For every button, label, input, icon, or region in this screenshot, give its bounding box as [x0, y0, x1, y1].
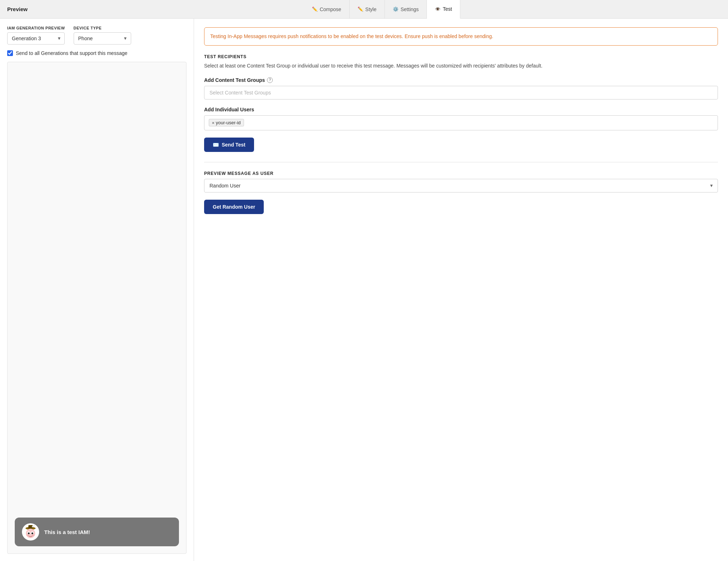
- test-recipients-title: TEST RECIPIENTS: [204, 54, 718, 59]
- iam-generation-label: IAM GENERATION PREVIEW: [7, 26, 65, 30]
- tab-test-label: Test: [443, 6, 452, 12]
- send-all-generations-label: Send to all Generations that support thi…: [16, 50, 128, 56]
- test-icon: 👁️: [435, 6, 441, 12]
- preview-message-section: PREVIEW MESSAGE AS USER Random User ▼ Ge…: [204, 171, 718, 214]
- send-test-button[interactable]: ✉️ Send Test: [204, 138, 254, 152]
- right-panel: Testing In-App Messages requires push no…: [194, 19, 728, 561]
- test-recipients-section: TEST RECIPIENTS Select at least one Cont…: [204, 54, 718, 162]
- preview-title: Preview: [7, 6, 28, 12]
- tab-test[interactable]: 👁️ Test: [427, 0, 460, 19]
- individual-users-label-text: Add Individual Users: [204, 107, 254, 112]
- main-layout: IAM GENERATION PREVIEW Generation 3 Gene…: [0, 19, 728, 561]
- tab-style-label: Style: [365, 6, 377, 12]
- preview-user-select[interactable]: Random User: [204, 179, 718, 193]
- send-all-generations-checkbox[interactable]: [7, 50, 13, 56]
- preview-user-dropdown-wrapper: Random User ▼: [204, 179, 718, 193]
- content-groups-field-label: Add Content Test Groups ?: [204, 77, 718, 83]
- tab-settings[interactable]: ⚙️ Settings: [385, 0, 427, 19]
- tab-style[interactable]: ✏️ Style: [350, 0, 385, 19]
- iam-notification: This is a test IAM!: [15, 518, 179, 546]
- individual-users-field-label: Add Individual Users: [204, 107, 718, 112]
- device-type-select-wrapper: Phone Tablet ▼: [74, 32, 131, 45]
- alert-text: Testing In-App Messages requires push no…: [210, 33, 493, 39]
- iam-generation-select-wrapper: Generation 3 Generation 2 Generation 1 ▼: [7, 32, 65, 45]
- send-test-envelope-icon: ✉️: [213, 142, 219, 148]
- individual-users-tag-input[interactable]: × your-user-id: [204, 115, 718, 130]
- alert-box: Testing In-App Messages requires push no…: [204, 27, 718, 46]
- user-tag-text: your-user-id: [216, 120, 240, 125]
- svg-point-6: [28, 533, 30, 534]
- mascot-svg: [22, 523, 39, 541]
- style-icon: ✏️: [358, 6, 363, 12]
- send-all-generations-row[interactable]: Send to all Generations that support thi…: [7, 50, 186, 56]
- top-nav: Preview ✏️ Compose ✏️ Style ⚙️ Settings …: [0, 0, 728, 19]
- tab-settings-label: Settings: [401, 6, 419, 12]
- preview-canvas: This is a test IAM!: [7, 62, 186, 554]
- iam-avatar: [22, 523, 39, 541]
- svg-point-7: [32, 533, 33, 534]
- app-container: Preview ✏️ Compose ✏️ Style ⚙️ Settings …: [0, 0, 728, 561]
- device-type-label: DEVICE TYPE: [74, 26, 131, 30]
- user-tag-close-icon[interactable]: ×: [212, 121, 214, 125]
- user-tag: × your-user-id: [209, 119, 244, 126]
- content-groups-input[interactable]: [204, 86, 718, 99]
- tab-compose[interactable]: ✏️ Compose: [304, 0, 350, 19]
- left-panel: IAM GENERATION PREVIEW Generation 3 Gene…: [0, 19, 194, 561]
- preview-message-title: PREVIEW MESSAGE AS USER: [204, 171, 718, 176]
- device-type-group: DEVICE TYPE Phone Tablet ▼: [74, 26, 131, 45]
- compose-icon: ✏️: [312, 6, 318, 12]
- settings-icon: ⚙️: [393, 6, 398, 12]
- tab-compose-label: Compose: [320, 6, 341, 12]
- section-divider: [204, 162, 718, 162]
- svg-point-8: [27, 534, 29, 536]
- send-test-label: Send Test: [222, 142, 245, 148]
- controls-row: IAM GENERATION PREVIEW Generation 3 Gene…: [7, 26, 186, 45]
- iam-notification-text: This is a test IAM!: [44, 529, 90, 535]
- iam-generation-group: IAM GENERATION PREVIEW Generation 3 Gene…: [7, 26, 65, 45]
- get-random-user-button[interactable]: Get Random User: [204, 200, 264, 214]
- get-random-user-label: Get Random User: [213, 204, 255, 210]
- content-groups-help-icon[interactable]: ?: [267, 77, 273, 83]
- test-recipients-description: Select at least one Content Test Group o…: [204, 62, 718, 70]
- iam-generation-select[interactable]: Generation 3 Generation 2 Generation 1: [7, 32, 65, 45]
- content-groups-label-text: Add Content Test Groups: [204, 77, 265, 83]
- svg-point-9: [32, 534, 34, 536]
- device-type-select[interactable]: Phone Tablet: [74, 32, 131, 45]
